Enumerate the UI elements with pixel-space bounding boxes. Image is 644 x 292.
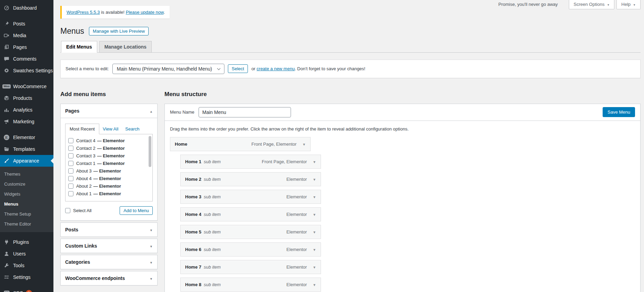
pages-panel-body: Most Recent View All Search Contact 4 — … (61, 118, 157, 220)
page-item-about-4[interactable]: About 4 — Elementor (68, 175, 146, 182)
select-menu-button[interactable]: Select (228, 64, 248, 73)
menu-item-home[interactable]: Home Front Page, Elementor (170, 137, 311, 151)
tab-search[interactable]: Search (122, 124, 143, 134)
page-item-contact-2[interactable]: Contact 2 — Elementor (68, 145, 146, 152)
sidebar-item-media[interactable]: Media (0, 30, 53, 41)
sidebar-item-seo[interactable]: Y SEO 3 (0, 287, 53, 292)
add-to-menu-button[interactable]: Add to Menu (120, 206, 153, 215)
sidebar-item-dashboard[interactable]: Dashboard (0, 2, 53, 14)
sidebar-item-woocommerce[interactable]: Woo WooCommerce (0, 81, 53, 92)
sidebar-item-users[interactable]: Users (0, 248, 53, 260)
page-item-about-3[interactable]: About 3 — Elementor (68, 167, 146, 175)
sidebar-item-pages[interactable]: Pages (0, 41, 53, 53)
menu-structure-heading: Menu structure (164, 91, 641, 98)
panel-header[interactable]: Posts (61, 223, 157, 237)
menu-item-home-7[interactable]: Home 7 sub item Elementor (180, 260, 321, 274)
tab-most-recent[interactable]: Most Recent (65, 124, 99, 134)
menu-select-label: Select a menu to edit: (66, 66, 109, 71)
menu-item-home-1[interactable]: Home 1 sub item Front Page, Elementor (180, 155, 321, 169)
sidebar-item-elementor[interactable]: E Elementor (0, 132, 53, 143)
menu-item-home-2[interactable]: Home 2 sub item Elementor (180, 172, 321, 186)
page-item-contact-3[interactable]: Contact 3 — Elementor (68, 152, 146, 160)
wordpress-version-link[interactable]: WordPress 5.5.3 (67, 10, 100, 15)
sidebar-item-appearance[interactable]: Appearance (0, 155, 53, 167)
page-checkbox[interactable] (68, 168, 73, 174)
screen-meta: Promise, you'll never go away Screen Opt… (499, 0, 641, 9)
page-item-contact-4[interactable]: Contact 4 — Elementor (68, 137, 146, 145)
tab-view-all[interactable]: View All (99, 124, 122, 134)
select-all-control[interactable]: Select All (65, 208, 91, 213)
submenu-item-menus[interactable]: Menus (0, 199, 53, 209)
posts-icon (3, 21, 10, 27)
menu-name-input[interactable] (199, 107, 291, 117)
menu-item-home-6[interactable]: Home 6 sub item Elementor (180, 242, 321, 257)
pages-list-scrollbar[interactable] (149, 136, 151, 167)
update-nag-notice: WordPress 5.5.3 is available! Please upd… (60, 6, 170, 19)
sidebar-item-comments[interactable]: Comments (0, 53, 53, 65)
submenu-item-customize[interactable]: Customize (0, 179, 53, 189)
sidebar-item-marketing[interactable]: Marketing (0, 116, 53, 127)
item-options-arrow-icon[interactable] (313, 159, 316, 164)
panel-header[interactable]: Categories (61, 255, 157, 269)
sidebar-item-products[interactable]: Products (0, 92, 53, 104)
sidebar-item-swatches-settings[interactable]: Swatches Settings (0, 65, 53, 76)
save-menu-button[interactable]: Save Menu (603, 107, 635, 117)
item-options-arrow-icon[interactable] (302, 142, 306, 147)
sidebar-item-posts[interactable]: Posts (0, 18, 53, 30)
sidebar-item-tools[interactable]: Tools (0, 260, 53, 271)
sub-item-label: sub item (204, 229, 221, 234)
page-checkbox[interactable] (68, 184, 73, 189)
menu-select-value: Main Menu (Primary Menu, Handheld Menu) (117, 66, 212, 72)
screen-options-button[interactable]: Screen Options (569, 0, 615, 9)
chevron-down-icon (607, 2, 610, 7)
menu-item-home-8[interactable]: Home 8 sub item Elementor (180, 278, 321, 292)
item-options-arrow-icon[interactable] (313, 264, 316, 270)
submenu-item-theme-editor[interactable]: Theme Editor (0, 219, 53, 229)
item-options-arrow-icon[interactable] (313, 177, 316, 182)
page-checkbox[interactable] (68, 191, 73, 196)
tab-manage-locations[interactable]: Manage Locations (99, 41, 152, 53)
menu-item-home-3[interactable]: Home 3 sub item Elementor (180, 190, 321, 204)
page-checkbox[interactable] (68, 176, 73, 181)
panel-header[interactable]: WooCommerce endpoints (61, 271, 157, 285)
item-options-arrow-icon[interactable] (313, 247, 316, 252)
admin-sidebar: Dashboard Posts Media Pages Comments Swa… (0, 0, 53, 292)
page-item-contact-1[interactable]: Contact 1 — Elementor (68, 160, 146, 167)
sidebar-item-analytics[interactable]: Analytics (0, 104, 53, 116)
create-new-menu-link[interactable]: create a new menu (256, 66, 295, 71)
menu-select[interactable]: Main Menu (Primary Menu, Handheld Menu) (112, 64, 224, 74)
menu-item-home-4[interactable]: Home 4 sub item Elementor (180, 207, 321, 221)
item-options-arrow-icon[interactable] (313, 194, 316, 199)
marketing-icon (3, 118, 10, 125)
pages-icon (3, 44, 10, 50)
item-options-arrow-icon[interactable] (313, 229, 316, 234)
help-button[interactable]: Help (616, 0, 641, 9)
menu-item-home-5[interactable]: Home 5 sub item Elementor (180, 225, 321, 239)
pages-panel-header[interactable]: Pages (61, 104, 157, 118)
page-checkbox[interactable] (68, 138, 73, 143)
sidebar-item-templates[interactable]: Templates (0, 143, 53, 155)
chevron-down-icon (633, 2, 636, 7)
update-now-link[interactable]: Please update now (126, 10, 164, 15)
page-checkbox[interactable] (68, 146, 73, 151)
sidebar-item-settings[interactable]: Settings (0, 271, 53, 283)
item-options-arrow-icon[interactable] (313, 282, 316, 287)
sidebar-separator (0, 283, 53, 287)
panel-header[interactable]: Custom Links (61, 239, 157, 253)
pages-panel-title: Pages (65, 108, 79, 114)
item-options-arrow-icon[interactable] (313, 212, 316, 217)
page-checkbox[interactable] (68, 153, 73, 158)
tab-edit-menus[interactable]: Edit Menus (61, 41, 97, 53)
live-preview-button[interactable]: Manage with Live Preview (89, 27, 149, 35)
page-item-about-1[interactable]: About 1 — Elementor (68, 190, 146, 198)
submenu-item-themes[interactable]: Themes (0, 169, 53, 179)
submenu-item-widgets[interactable]: Widgets (0, 189, 53, 199)
submenu-item-theme-setup[interactable]: Theme Setup (0, 209, 53, 219)
page-item-about-2[interactable]: About 2 — Elementor (68, 182, 146, 190)
page-checkbox[interactable] (68, 161, 73, 166)
pages-checklist[interactable]: Contact 4 — Elementor Contact 2 — Elemen… (65, 134, 153, 201)
select-all-checkbox[interactable] (65, 208, 70, 213)
sidebar-item-plugins[interactable]: Plugins (0, 236, 53, 248)
panel-custom-links: Custom Links (60, 239, 158, 253)
media-icon (3, 32, 10, 39)
